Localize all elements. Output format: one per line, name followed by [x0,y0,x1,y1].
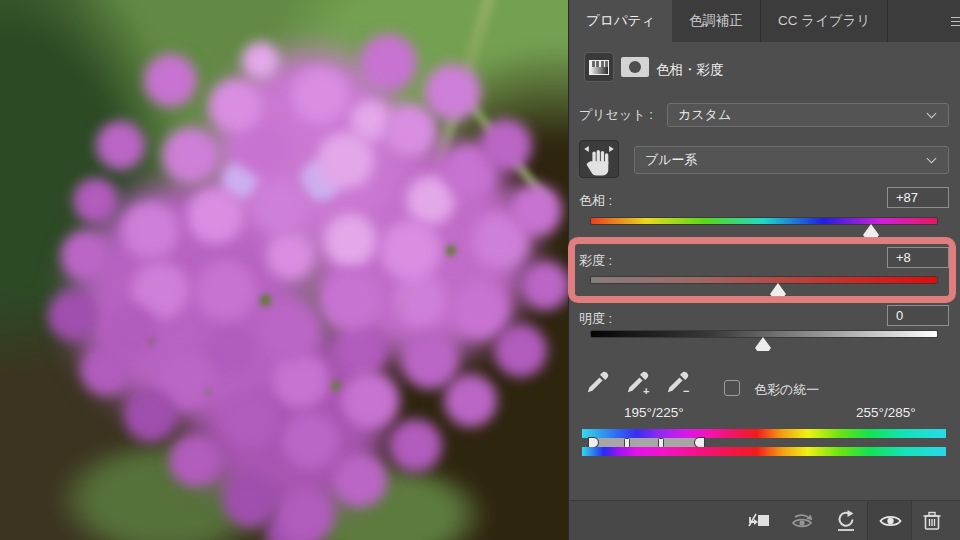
panel-toolbar [569,500,960,540]
colorize-checkbox[interactable] [724,380,740,396]
previous-state-button[interactable] [789,509,813,533]
hue-slider[interactable] [591,218,937,224]
photo-hydrangea-mass [0,0,568,540]
preset-label: プリセット : [579,106,653,124]
hue-slider-thumb[interactable] [863,224,879,238]
photo-hydrangea-florets [0,0,1,1]
trash-icon [921,509,943,533]
saturation-slider[interactable] [591,277,937,283]
range-handle-left[interactable] [624,438,630,448]
lightness-slider[interactable] [591,331,937,337]
layer-mask-icon[interactable] [621,57,649,77]
hand-drag-icon [580,141,618,177]
visibility-eye-icon [878,509,903,533]
hue-spectrum-reference-bar [582,429,946,438]
minus-symbol: − [683,385,689,397]
hue-spectrum-result-bar [582,447,946,456]
chevron-down-icon [927,109,937,119]
channel-select[interactable]: ブルー系 [634,146,949,174]
color-range-track[interactable] [589,438,704,447]
previous-state-eye-icon [789,509,815,533]
tab-adjustments[interactable]: 色調補正 [672,0,761,42]
visibility-toggle-button[interactable] [878,509,902,533]
photo-canvas[interactable] [0,0,568,540]
lightness-value-field[interactable]: 0 [887,305,949,326]
colorize-label: 色彩の統一 [754,381,819,399]
channel-value: ブルー系 [645,152,698,167]
add-eyedropper-button[interactable]: + [624,368,654,398]
delete-button[interactable] [921,509,945,533]
lightness-slider-thumb[interactable] [755,337,771,351]
adjustment-title: 色相・彩度 [656,61,724,79]
clip-to-layer-icon [747,509,771,533]
range-feather-handle-left[interactable] [589,438,598,447]
preset-select[interactable]: カスタム [667,103,949,127]
panel-menu-icon[interactable] [951,17,960,27]
eyedropper-button[interactable] [584,368,614,398]
range-left-label: 195°/225° [624,405,684,420]
saturation-value-field[interactable]: +8 [887,247,949,268]
preset-value: カスタム [678,107,731,122]
hue-value-field[interactable]: +87 [887,187,949,208]
range-right-label: 255°/285° [856,405,916,420]
hue-label: 色相 : [579,192,612,210]
adjustment-thumbnail-button[interactable] [584,52,614,82]
chevron-down-icon [927,154,937,164]
tab-cc-libraries[interactable]: CC ライブラリ [761,0,888,42]
application-window: プロパティ 色調補正 CC ライブラリ 色相・彩度 プリセット : カスタム [0,0,960,540]
plus-symbol: + [643,385,649,397]
targeted-adjustment-tool-button[interactable] [579,140,619,178]
clip-to-layer-button[interactable] [747,509,771,533]
panel-tab-bar: プロパティ 色調補正 CC ライブラリ [569,0,960,42]
eyedropper-icon [584,368,612,396]
saturation-slider-thumb[interactable] [770,283,786,297]
hue-saturation-adjustment-icon [589,60,609,75]
reset-icon [834,509,858,533]
reset-button[interactable] [834,509,858,533]
tab-properties[interactable]: プロパティ [569,0,672,42]
subtract-eyedropper-button[interactable]: − [664,368,694,398]
saturation-label: 彩度 : [579,252,612,270]
range-feather-handle-right[interactable] [695,438,704,447]
properties-panel: プロパティ 色調補正 CC ライブラリ 色相・彩度 プリセット : カスタム [568,0,960,540]
range-handle-right[interactable] [658,438,664,448]
lightness-label: 明度 : [579,310,612,328]
